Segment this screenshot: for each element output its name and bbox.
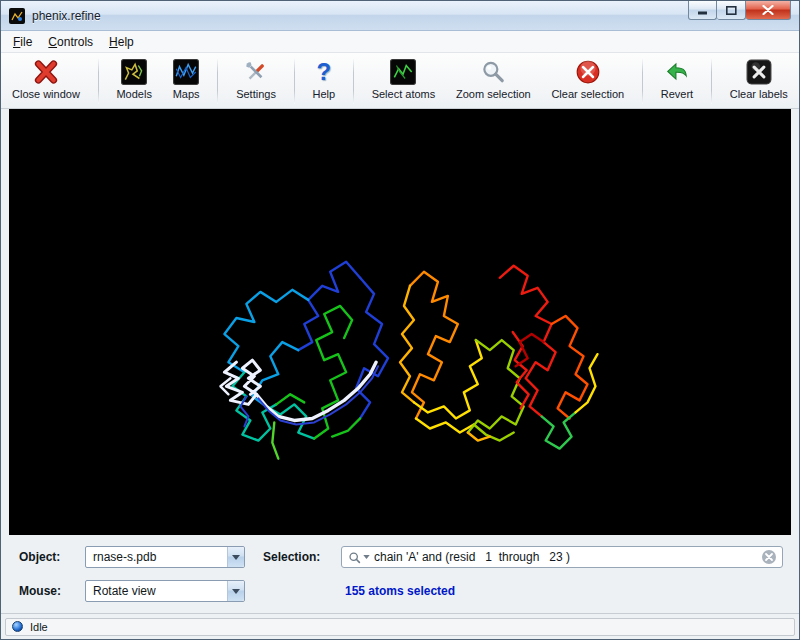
select-atoms-thumbnail-icon — [390, 57, 416, 87]
status-text: Idle — [30, 621, 48, 633]
toolbar-revert-button[interactable]: Revert — [656, 56, 698, 107]
toolbar-label: Clear selection — [551, 88, 624, 100]
selection-searchbox — [341, 546, 783, 568]
chevron-down-icon — [227, 581, 244, 601]
maximize-icon — [726, 1, 737, 19]
close-button[interactable] — [746, 1, 791, 20]
toolbar-clear-selection-button[interactable]: Clear selection — [546, 56, 629, 107]
object-dropdown[interactable]: rnase-s.pdb — [85, 546, 245, 568]
toolbar: Close window Models Maps Settings — [1, 53, 799, 109]
magnifier-icon — [480, 57, 506, 87]
search-icon — [348, 551, 361, 564]
menu-help[interactable]: Help — [101, 33, 142, 51]
window-title: phenix.refine — [32, 9, 101, 23]
phenix-app-icon — [9, 8, 25, 24]
toolbar-label: Settings — [236, 88, 276, 100]
toolbar-separator — [353, 59, 354, 104]
toolbar-zoom-selection-button[interactable]: Zoom selection — [451, 56, 536, 107]
toolbar-label: Models — [116, 88, 151, 100]
selection-label: Selection: — [263, 550, 341, 564]
mouse-label: Mouse: — [19, 584, 85, 598]
molecule-render — [9, 109, 791, 535]
selection-input[interactable] — [370, 550, 761, 564]
chevron-down-icon[interactable] — [363, 555, 370, 559]
toolbar-clear-labels-button[interactable]: Clear labels — [725, 56, 793, 107]
question-mark-icon: ? — [316, 57, 331, 87]
toolbar-separator — [217, 59, 218, 104]
toolbar-separator — [98, 59, 99, 104]
maximize-button[interactable] — [717, 1, 746, 20]
phenix-refine-window: phenix.refine File Controls Help Close w… — [0, 0, 800, 640]
mouse-dropdown[interactable]: Rotate view — [85, 580, 245, 602]
status-indicator-icon — [12, 621, 23, 632]
menu-file[interactable]: File — [5, 33, 40, 51]
close-icon — [762, 1, 774, 19]
object-row: Object: rnase-s.pdb Selection: — [19, 545, 789, 569]
green-back-arrow-icon — [663, 57, 691, 87]
controls-panel: Object: rnase-s.pdb Selection: — [1, 535, 799, 613]
toolbar-models-button[interactable]: Models — [111, 56, 156, 107]
toolbar-label: Clear labels — [730, 88, 788, 100]
statusbar: Idle — [1, 613, 799, 639]
models-thumbnail-icon — [121, 57, 147, 87]
toolbar-select-atoms-button[interactable]: Select atoms — [367, 56, 441, 107]
mouse-dropdown-value: Rotate view — [93, 584, 227, 598]
dark-x-icon — [746, 57, 772, 87]
molecule-viewport[interactable] — [9, 109, 791, 535]
toolbar-label: Zoom selection — [456, 88, 531, 100]
red-circle-x-icon — [575, 57, 601, 87]
mouse-row: Mouse: Rotate view 155 atoms selected — [19, 579, 789, 603]
toolbar-label: Close window — [12, 88, 80, 100]
tools-icon — [243, 57, 269, 87]
titlebar[interactable]: phenix.refine — [1, 1, 799, 31]
toolbar-separator — [642, 59, 643, 104]
toolbar-label: Revert — [661, 88, 693, 100]
minimize-icon — [698, 1, 708, 19]
caption-buttons — [688, 1, 791, 20]
red-x-icon — [32, 57, 60, 87]
toolbar-close-window-button[interactable]: Close window — [7, 56, 85, 107]
toolbar-label: Select atoms — [372, 88, 436, 100]
status-field: Idle — [5, 618, 795, 636]
object-dropdown-value: rnase-s.pdb — [93, 550, 227, 564]
atoms-selected-text: 155 atoms selected — [345, 584, 455, 598]
menubar: File Controls Help — [1, 31, 799, 53]
toolbar-separator — [711, 59, 712, 104]
minimize-button[interactable] — [688, 1, 717, 20]
toolbar-label: Help — [312, 88, 335, 100]
toolbar-help-button[interactable]: ? Help — [307, 56, 340, 107]
toolbar-label: Maps — [173, 88, 200, 100]
chevron-down-icon — [227, 547, 244, 567]
object-label: Object: — [19, 550, 85, 564]
menu-controls[interactable]: Controls — [40, 33, 101, 51]
toolbar-separator — [294, 59, 295, 104]
toolbar-settings-button[interactable]: Settings — [231, 56, 281, 107]
toolbar-maps-button[interactable]: Maps — [168, 56, 205, 107]
maps-thumbnail-icon — [173, 57, 199, 87]
clear-field-icon[interactable] — [761, 549, 777, 565]
